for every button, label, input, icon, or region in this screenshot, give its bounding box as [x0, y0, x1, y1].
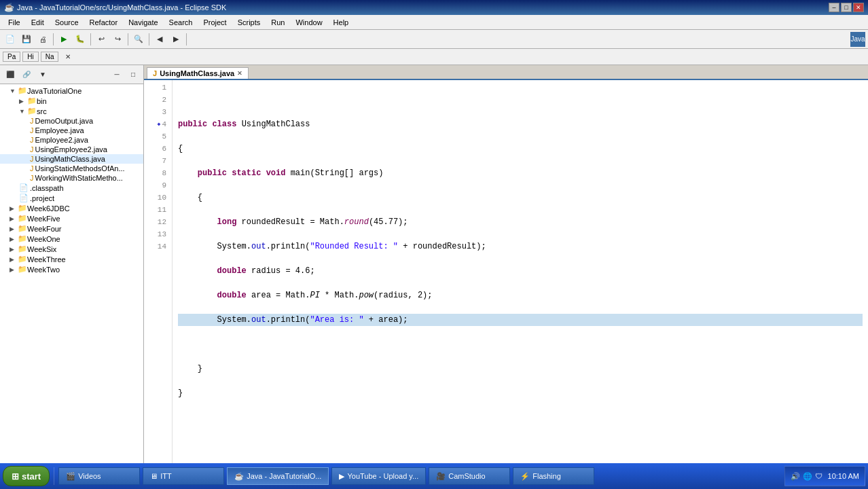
sidebar-minimize-button[interactable]: ─ [109, 67, 124, 82]
redo-button[interactable]: ↪ [110, 32, 125, 47]
window-title: Java - JavaTutorialOne/src/UsingMathClas… [17, 3, 226, 12]
line-numbers: 1 2 3 ◆4 5 6 7 8 9 10 11 12 13 14 [144, 80, 173, 467]
folder-icon: 📁 [18, 255, 27, 264]
system-tray-area: 🔊 🌐 🛡 10:10 AM [784, 466, 865, 486]
tree-item-weekone[interactable]: ▶ 📁 WeekOne [0, 234, 143, 244]
tray-icon-2: 🌐 [803, 472, 812, 481]
tree-item-demooutput[interactable]: J DemoOutput.java [0, 116, 143, 126]
hierarchy-tab[interactable]: Hi [22, 52, 38, 62]
taskbar-camstudio[interactable]: 🎥 CamStudio [429, 467, 510, 485]
tree-item-usingemployee2[interactable]: J UsingEmployee2.java [0, 145, 143, 154]
minimize-button[interactable]: – [829, 3, 839, 12]
menu-window[interactable]: Window [290, 17, 327, 28]
run-button[interactable]: ▶ [56, 32, 71, 47]
window-controls: – □ ✕ [829, 3, 864, 12]
java-file-icon: J [153, 69, 157, 77]
tree-item-classpath[interactable]: 📄 .classpath [0, 183, 143, 193]
taskbar-label: YouTube - Upload y... [347, 472, 418, 480]
close-button[interactable]: ✕ [853, 3, 864, 12]
toolbar-sep-4 [149, 33, 149, 46]
tree-item-weekfour[interactable]: ▶ 📁 WeekFour [0, 223, 143, 234]
tree-item-project[interactable]: 📄 .project [0, 193, 143, 203]
search-button[interactable]: 🔍 [131, 32, 146, 47]
taskbar-sep-1 [54, 467, 54, 485]
menu-project[interactable]: Project [198, 17, 232, 28]
menu-run[interactable]: Run [266, 17, 290, 28]
tree-item-src[interactable]: ▼ 📁 src [0, 106, 143, 116]
java-file-icon: J [30, 155, 34, 163]
toolbar-sep-3 [128, 33, 128, 46]
main-area: ⬛ 🔗 ▼ ─ □ ▼ 📁 JavaTutorialOne ▶ 📁 bin ▼ … [0, 65, 868, 467]
new-button[interactable]: 📄 [3, 32, 18, 47]
taskbar-label: Videos [78, 472, 101, 480]
print-button[interactable]: 🖨 [35, 32, 50, 47]
tree-label: .classpath [30, 184, 64, 192]
menu-bar: File Edit Source Refactor Navigate Searc… [0, 15, 868, 30]
maximize-button[interactable]: □ [841, 3, 852, 12]
menu-file[interactable]: File [3, 17, 26, 28]
package-explorer: ▼ 📁 JavaTutorialOne ▶ 📁 bin ▼ 📁 src J De… [0, 84, 143, 467]
expand-icon: ▶ [10, 215, 18, 222]
tree-item-usingstaticmethods[interactable]: J UsingStaticMethodsOfAn... [0, 164, 143, 173]
title-bar: ☕ Java - JavaTutorialOne/src/UsingMathCl… [0, 0, 868, 15]
taskbar-youtube[interactable]: ▶ YouTube - Upload y... [331, 467, 426, 485]
tree-item-workingwithstatic[interactable]: J WorkingWithStaticMetho... [0, 173, 143, 183]
tab-label: UsingMathClass.java [160, 69, 234, 77]
taskbar-flashing[interactable]: ⚡ Flashing [513, 467, 594, 485]
tree-label: WeekFour [27, 225, 62, 233]
link-editor-button[interactable]: 🔗 [19, 67, 34, 82]
camstudio-icon: 🎥 [436, 472, 446, 481]
youtube-icon: ▶ [339, 472, 344, 481]
code-content[interactable]: public class UsingMathClass { public sta… [173, 80, 868, 467]
menu-search[interactable]: Search [164, 17, 198, 28]
tree-item-usingmathclass[interactable]: J UsingMathClass.java [0, 154, 143, 164]
java-perspective[interactable]: Java [850, 32, 865, 47]
undo-button[interactable]: ↩ [94, 32, 109, 47]
tree-item-weeksix[interactable]: ▶ 📁 WeekSix [0, 244, 143, 254]
save-button[interactable]: 💾 [19, 32, 34, 47]
videos-icon: 🎬 [66, 472, 75, 481]
tree-item-employee2[interactable]: J Employee2.java [0, 135, 143, 145]
taskbar-itt[interactable]: 🖥 ITT [143, 467, 224, 485]
close-view-button[interactable]: ✕ [60, 50, 75, 65]
taskbar-videos[interactable]: 🎬 Videos [58, 467, 140, 485]
menu-edit[interactable]: Edit [26, 17, 50, 28]
taskbar-java-eclipse[interactable]: ☕ Java - JavaTutorialO... [227, 467, 329, 485]
expand-icon: ▼ [10, 88, 18, 94]
tree-label: Employee.java [35, 126, 84, 134]
tree-label: UsingEmployee2.java [35, 145, 107, 153]
editor-tab-usingmathclass[interactable]: J UsingMathClass.java ✕ [147, 67, 249, 79]
file-icon: 📄 [19, 194, 29, 202]
navigator-tab[interactable]: Na [41, 52, 59, 62]
debug-button[interactable]: 🐛 [73, 32, 88, 47]
view-menu-button[interactable]: ▼ [35, 67, 50, 82]
sidebar-maximize-button[interactable]: □ [126, 67, 141, 82]
menu-help[interactable]: Help [328, 17, 355, 28]
tree-item-bin[interactable]: ▶ 📁 bin [0, 96, 143, 106]
tab-close-button[interactable]: ✕ [237, 70, 242, 77]
folder-icon: 📁 [18, 234, 27, 243]
tree-item-weekfive[interactable]: ▶ 📁 WeekFive [0, 213, 143, 223]
menu-source[interactable]: Source [50, 17, 84, 28]
java-file-icon: J [30, 117, 34, 125]
tray-icon-3: 🛡 [815, 472, 822, 480]
tree-item-weekthree[interactable]: ▶ 📁 WeekThree [0, 254, 143, 264]
menu-scripts[interactable]: Scripts [232, 17, 266, 28]
forward-button[interactable]: ▶ [168, 32, 183, 47]
tree-label: WeekTwo [27, 266, 60, 274]
package-explorer-tab[interactable]: Pa [3, 52, 20, 62]
menu-refactor[interactable]: Refactor [84, 17, 124, 28]
expand-icon: ▼ [19, 108, 27, 115]
collapse-all-button[interactable]: ⬛ [3, 67, 18, 82]
back-button[interactable]: ◀ [152, 32, 167, 47]
code-editor[interactable]: 1 2 3 ◆4 5 6 7 8 9 10 11 12 13 14 public… [144, 80, 868, 467]
menu-navigate[interactable]: Navigate [123, 17, 163, 28]
start-button[interactable]: ⊞ start [3, 466, 50, 486]
tree-label: .project [30, 194, 54, 202]
tree-item-employee[interactable]: J Employee.java [0, 126, 143, 135]
folder-icon: 📁 [18, 86, 27, 95]
tree-item-week6jdbc[interactable]: ▶ 📁 Week6JDBC [0, 203, 143, 213]
tree-item-weektwo[interactable]: ▶ 📁 WeekTwo [0, 264, 143, 274]
taskbar: ⊞ start 🎬 Videos 🖥 ITT ☕ Java - JavaTuto… [0, 463, 868, 489]
tree-item-javatutorialone[interactable]: ▼ 📁 JavaTutorialOne [0, 86, 143, 96]
